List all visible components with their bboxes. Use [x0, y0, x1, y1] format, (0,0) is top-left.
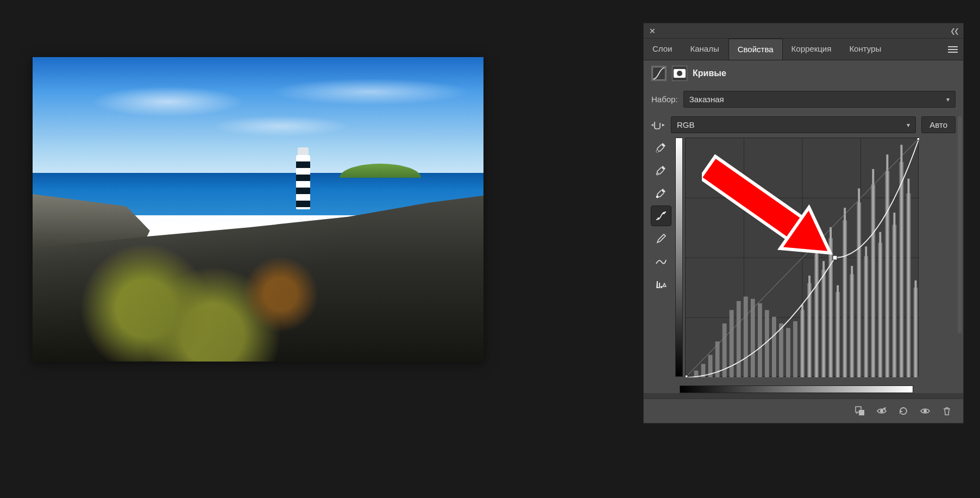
svg-rect-36 [822, 261, 825, 377]
svg-rect-50 [872, 169, 874, 377]
panel-body: Набор: Заказная ▾ RGB ▾ Авто [644, 86, 963, 393]
svg-rect-58 [900, 145, 902, 377]
pencil-tool-button[interactable] [651, 229, 671, 248]
input-gradient [680, 385, 913, 393]
adjustment-type-label: Кривые [693, 69, 726, 78]
svg-rect-34 [815, 244, 818, 377]
panel-tabs: Слои Каналы Свойства Коррекция Контуры [644, 39, 963, 60]
svg-point-71 [880, 409, 883, 413]
svg-rect-54 [886, 154, 888, 377]
chevron-down-icon: ▾ [946, 96, 950, 103]
svg-rect-22 [751, 299, 755, 377]
panel-footer [644, 399, 963, 423]
tab-layers[interactable]: Слои [644, 39, 681, 60]
document-canvas[interactable] [33, 57, 483, 362]
svg-text:!: ! [664, 284, 664, 287]
curves-svg[interactable] [686, 138, 919, 377]
channel-value: RGB [677, 120, 695, 129]
tab-channels[interactable]: Каналы [681, 39, 728, 60]
svg-rect-42 [844, 208, 846, 377]
auto-button[interactable]: Авто [921, 116, 956, 133]
svg-point-1 [656, 150, 658, 152]
panel-menu-button[interactable] [943, 39, 963, 60]
properties-panel: ✕ ❮❮ Слои Каналы Свойства Коррекция Конт… [643, 23, 964, 424]
svg-rect-66 [917, 138, 919, 140]
delete-button[interactable] [937, 403, 957, 419]
view-previous-button[interactable] [872, 403, 891, 419]
scrollbar-thumb[interactable] [958, 116, 962, 333]
preset-label: Набор: [651, 95, 678, 104]
adjustment-header: Кривые [644, 60, 963, 86]
channel-row: RGB ▾ Авто [644, 112, 963, 138]
svg-point-2 [656, 173, 658, 175]
svg-point-5 [663, 212, 665, 214]
panel-close-icon[interactable]: ✕ [647, 26, 658, 36]
svg-rect-46 [858, 189, 860, 377]
svg-rect-69 [859, 410, 864, 415]
svg-rect-25 [772, 317, 776, 377]
svg-point-4 [657, 217, 659, 220]
eyedropper-white-button[interactable] [651, 183, 671, 203]
svg-rect-21 [744, 297, 748, 378]
layer-mask-icon[interactable] [672, 66, 687, 81]
eyedropper-black-button[interactable] [651, 138, 671, 157]
tab-properties[interactable]: Свойства [728, 39, 783, 60]
svg-point-3 [656, 196, 658, 198]
svg-rect-48 [865, 246, 867, 377]
channel-dropdown[interactable]: RGB ▾ [671, 116, 916, 133]
smooth-curve-button[interactable] [651, 252, 671, 271]
preset-row: Набор: Заказная ▾ [644, 86, 963, 112]
svg-rect-38 [830, 227, 832, 377]
reset-button[interactable] [894, 403, 913, 419]
svg-rect-56 [893, 213, 895, 377]
preset-dropdown[interactable]: Заказная ▾ [683, 91, 956, 108]
svg-rect-20 [737, 301, 741, 377]
menu-icon [948, 46, 958, 53]
tab-paths[interactable]: Контуры [840, 39, 890, 60]
clip-to-layer-button[interactable] [850, 403, 870, 419]
svg-rect-60 [908, 179, 910, 377]
preset-value: Заказная [689, 95, 724, 104]
panel-collapse-icon[interactable]: ❮❮ [948, 26, 960, 36]
output-gradient [675, 138, 683, 377]
curve-point-tool-button[interactable] [651, 206, 671, 226]
graph-wrap [675, 138, 956, 377]
curves-editor: ! [644, 138, 963, 383]
tab-adjustments[interactable]: Коррекция [783, 39, 841, 60]
svg-rect-62 [915, 281, 917, 377]
eyedropper-gray-button[interactable] [651, 160, 671, 180]
chevron-down-icon: ▾ [907, 121, 910, 129]
targeted-adjust-icon[interactable] [651, 120, 665, 130]
curves-graph[interactable] [685, 138, 919, 377]
svg-rect-40 [837, 285, 839, 377]
svg-rect-65 [833, 256, 837, 260]
svg-rect-52 [879, 232, 881, 377]
visibility-button[interactable] [915, 403, 935, 419]
svg-rect-26 [779, 323, 783, 377]
clipping-warning-button[interactable]: ! [651, 275, 671, 294]
svg-rect-30 [801, 304, 803, 377]
svg-rect-27 [786, 328, 790, 377]
panel-titlebar: ✕ ❮❮ [644, 23, 963, 39]
svg-rect-28 [793, 321, 797, 377]
svg-rect-23 [758, 303, 762, 377]
curves-adjustment-icon[interactable] [651, 66, 667, 81]
lighthouse [296, 155, 310, 209]
svg-rect-32 [808, 276, 811, 377]
panel-scrollbar[interactable] [958, 116, 962, 333]
svg-point-72 [924, 409, 927, 413]
svg-rect-44 [851, 266, 853, 377]
clouds [33, 63, 483, 160]
curves-tools: ! [651, 138, 671, 377]
svg-rect-64 [686, 375, 688, 377]
